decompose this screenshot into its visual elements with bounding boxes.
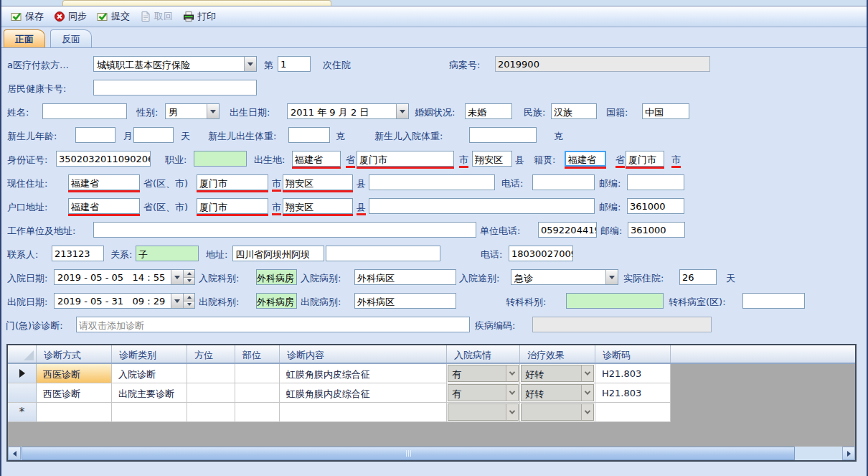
- col-header-code[interactable]: 诊断码: [595, 345, 671, 363]
- occupation-field[interactable]: [194, 151, 247, 167]
- admission-datetime-picker[interactable]: 2019 - 05 - 05 14 : 55: [54, 269, 195, 285]
- cell-part[interactable]: [235, 364, 280, 383]
- spin-down-icon[interactable]: [184, 301, 194, 309]
- spin-up-icon[interactable]: [184, 270, 194, 277]
- birth-date-select[interactable]: 2011 年 9 月 2 日: [287, 103, 409, 119]
- newborn-admission-weight-field[interactable]: [469, 127, 537, 143]
- cell-effect-select[interactable]: 好转: [520, 364, 595, 383]
- discharge-ward-field[interactable]: 外科病区: [354, 293, 456, 309]
- cell-method[interactable]: 西医诊断: [37, 383, 112, 403]
- col-header-method[interactable]: 诊断方式: [37, 345, 112, 363]
- row-selector[interactable]: [8, 383, 37, 403]
- col-header-type[interactable]: 诊断类别: [112, 345, 187, 363]
- transfer-ward-field[interactable]: [742, 293, 805, 309]
- chevron-down-icon[interactable]: [581, 385, 593, 401]
- cell-part[interactable]: [235, 383, 280, 403]
- col-header-condition[interactable]: 入院病情: [447, 345, 520, 363]
- relation-field[interactable]: 子: [136, 246, 199, 261]
- contact-phone-field[interactable]: 18030027009: [509, 246, 573, 261]
- new-row[interactable]: *: [8, 403, 855, 422]
- spin-up-icon[interactable]: [184, 294, 194, 301]
- cell-direction[interactable]: [187, 364, 235, 383]
- newborn-birth-weight-field[interactable]: [288, 127, 330, 143]
- dropdown-arrow-icon[interactable]: [244, 57, 256, 71]
- actual-stay-field[interactable]: 26: [679, 269, 717, 285]
- cell-type[interactable]: [112, 403, 187, 422]
- spin-down-icon[interactable]: [184, 277, 194, 285]
- dropdown-arrow-icon[interactable]: [171, 294, 183, 308]
- registered-city-field[interactable]: 厦门市: [197, 198, 268, 214]
- current-phone-field[interactable]: [532, 174, 595, 190]
- cell-condition-select[interactable]: 有: [447, 383, 520, 403]
- col-header-part[interactable]: 部位: [235, 345, 280, 363]
- cell-code[interactable]: H21.803: [595, 364, 671, 383]
- newborn-age-month-field[interactable]: [75, 127, 115, 143]
- cell-content[interactable]: 虹膜角膜内皮综合征: [280, 383, 447, 403]
- dropdown-arrow-icon[interactable]: [207, 104, 219, 118]
- cell-direction[interactable]: [187, 383, 235, 403]
- id-number-field[interactable]: 350203201109020611: [56, 151, 151, 167]
- cell-condition-select[interactable]: 有: [447, 364, 520, 383]
- admission-route-select[interactable]: 急诊: [511, 269, 618, 285]
- print-button[interactable]: 打印: [179, 9, 222, 24]
- grid-select-all-header[interactable]: [8, 345, 37, 363]
- gender-select[interactable]: 男: [165, 103, 220, 119]
- cell-direction[interactable]: [187, 403, 235, 422]
- sync-button[interactable]: 同步: [50, 9, 93, 24]
- admission-dept-field[interactable]: 眼外科病房: [256, 269, 297, 285]
- birthplace-city-field[interactable]: 厦门市: [357, 151, 454, 167]
- tab-front[interactable]: 正面: [4, 29, 45, 50]
- horizontal-scrollbar[interactable]: [8, 447, 855, 460]
- current-detail-field[interactable]: [369, 174, 495, 190]
- col-header-effect[interactable]: 治疗效果: [520, 345, 595, 363]
- dropdown-arrow-icon[interactable]: [605, 270, 618, 284]
- scrollbar-thumb[interactable]: [22, 447, 795, 460]
- cell-type[interactable]: 入院诊断: [112, 364, 187, 383]
- cell-method[interactable]: [37, 403, 112, 422]
- outpatient-diagnosis-field[interactable]: 请双击添加诊断: [76, 317, 470, 332]
- work-zip-field[interactable]: 361000: [628, 222, 685, 238]
- cell-effect-select[interactable]: [520, 403, 595, 422]
- native-province-field[interactable]: 福建省: [565, 151, 606, 167]
- current-county-field[interactable]: 翔安区: [283, 174, 353, 190]
- cell-effect-select[interactable]: 好转: [520, 383, 595, 403]
- discharge-dept-field[interactable]: 眼外科病房: [256, 293, 297, 309]
- cell-method[interactable]: 西医诊断: [37, 364, 112, 383]
- tab-back[interactable]: 反面: [50, 29, 92, 50]
- new-row-selector[interactable]: *: [8, 403, 37, 422]
- cell-part[interactable]: [235, 403, 280, 422]
- dropdown-arrow-icon[interactable]: [396, 104, 408, 118]
- registered-zip-field[interactable]: 361000: [627, 198, 684, 214]
- cell-type[interactable]: 出院主要诊断: [112, 383, 187, 403]
- birthplace-province-field[interactable]: 福建省: [292, 151, 341, 167]
- scroll-left-icon[interactable]: [8, 447, 21, 460]
- chevron-down-icon[interactable]: [581, 365, 593, 381]
- cell-condition-select[interactable]: [447, 403, 520, 422]
- row-selector[interactable]: [8, 364, 37, 383]
- cell-content[interactable]: 虹膜角膜内皮综合征: [280, 364, 447, 383]
- current-zip-field[interactable]: [627, 174, 684, 190]
- parent-tab-fragment[interactable]: [62, 0, 331, 6]
- cell-code[interactable]: H21.803: [595, 383, 671, 403]
- contact-address-field[interactable]: 四川省阿坝州阿坝: [232, 246, 324, 261]
- discharge-datetime-picker[interactable]: 2019 - 05 - 31 09 : 29: [54, 293, 195, 309]
- name-field[interactable]: [42, 103, 127, 119]
- chevron-down-icon[interactable]: [506, 385, 518, 401]
- newborn-age-day-field[interactable]: [133, 127, 174, 143]
- work-phone-field[interactable]: 05922044197: [538, 222, 597, 238]
- save-button[interactable]: 保存: [7, 9, 50, 24]
- marital-field[interactable]: 未婚: [465, 103, 512, 119]
- admission-ward-field[interactable]: 外科病区: [354, 269, 456, 285]
- nationality-field[interactable]: 中国: [642, 103, 689, 119]
- datetime-spinner[interactable]: [183, 270, 194, 284]
- registered-county-field[interactable]: 翔安区: [283, 198, 353, 214]
- chevron-down-icon[interactable]: [506, 404, 518, 420]
- dropdown-arrow-icon[interactable]: [171, 270, 183, 284]
- native-city-field[interactable]: 厦门市: [626, 151, 664, 167]
- table-row[interactable]: 西医诊断 出院主要诊断 虹膜角膜内皮综合征 有 好转 H21.803: [8, 383, 855, 403]
- col-header-content[interactable]: 诊断内容: [280, 345, 447, 363]
- registered-detail-field[interactable]: [369, 198, 595, 214]
- transfer-dept-field[interactable]: [566, 293, 664, 309]
- chevron-down-icon[interactable]: [506, 365, 518, 381]
- current-city-field[interactable]: 厦门市: [197, 174, 268, 190]
